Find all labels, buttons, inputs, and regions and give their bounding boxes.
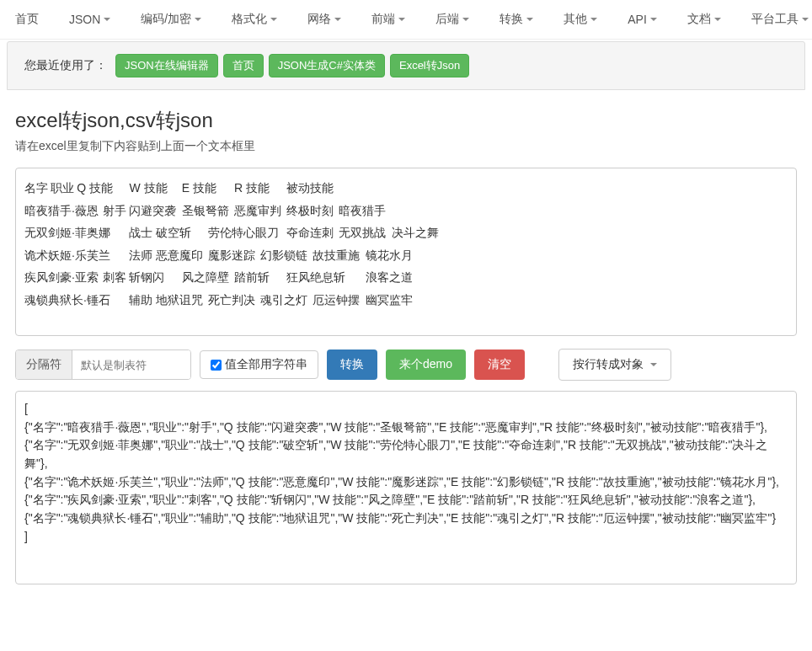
- recent-button-0[interactable]: JSON在线编辑器: [115, 54, 218, 77]
- excel-input[interactable]: [15, 168, 797, 336]
- all-string-checkbox-wrap[interactable]: 值全部用字符串: [200, 350, 318, 379]
- nav-item-6[interactable]: 后端: [420, 7, 484, 32]
- controls-row: 分隔符 值全部用字符串 转换 来个demo 清空 按行转成对象: [15, 349, 797, 381]
- nav-item-10[interactable]: 文档: [672, 7, 736, 32]
- recent-button-1[interactable]: 首页: [223, 54, 264, 77]
- separator-group: 分隔符: [15, 350, 191, 380]
- by-row-label: 按行转成对象: [573, 357, 644, 372]
- nav-item-11[interactable]: 平台工具: [736, 7, 812, 32]
- demo-button[interactable]: 来个demo: [386, 350, 466, 380]
- caret-down-icon: [398, 18, 405, 21]
- nav-item-3[interactable]: 格式化: [216, 7, 292, 32]
- nav-item-7[interactable]: 转换: [484, 7, 548, 32]
- by-row-button[interactable]: 按行转成对象: [558, 349, 671, 381]
- nav-item-label: 首页: [15, 12, 39, 27]
- caret-down-icon: [802, 18, 809, 21]
- all-string-checkbox[interactable]: [211, 360, 222, 371]
- separator-label: 分隔符: [16, 350, 72, 379]
- page-title: excel转json,csv转json: [15, 107, 797, 134]
- nav-item-8[interactable]: 其他: [548, 7, 612, 32]
- nav-item-1[interactable]: JSON: [54, 7, 126, 32]
- nav-item-0[interactable]: 首页: [0, 7, 54, 32]
- caret-down-icon: [590, 18, 597, 21]
- caret-down-icon: [650, 363, 657, 366]
- nav-item-label: JSON: [69, 13, 100, 26]
- recent-button-2[interactable]: JSON生成C#实体类: [269, 54, 385, 77]
- caret-down-icon: [104, 18, 110, 21]
- clear-button[interactable]: 清空: [474, 350, 525, 380]
- nav-item-9[interactable]: API: [612, 7, 672, 32]
- nav-item-label: 前端: [371, 12, 395, 27]
- nav-item-label: 平台工具: [751, 12, 799, 27]
- nav-item-2[interactable]: 编码/加密: [126, 7, 216, 32]
- caret-down-icon: [650, 18, 657, 21]
- all-string-label: 值全部用字符串: [225, 357, 307, 372]
- nav-item-label: 后端: [435, 12, 459, 27]
- nav-item-label: API: [628, 13, 647, 26]
- caret-down-icon: [195, 18, 201, 21]
- caret-down-icon: [714, 18, 721, 21]
- convert-button[interactable]: 转换: [327, 350, 377, 380]
- caret-down-icon: [462, 18, 469, 21]
- separator-input[interactable]: [72, 350, 190, 379]
- top-nav: 首页JSON编码/加密格式化网络前端后端转换其他API文档平台工具站长工具: [0, 0, 812, 40]
- recent-button-3[interactable]: Excel转Json: [390, 54, 469, 77]
- nav-item-label: 转换: [499, 12, 523, 27]
- nav-item-label: 其他: [564, 12, 587, 27]
- recent-label: 您最近使用了：: [24, 58, 107, 73]
- page-subtitle: 请在excel里复制下内容贴到上面一个文本框里: [15, 139, 797, 154]
- caret-down-icon: [270, 18, 277, 21]
- nav-item-5[interactable]: 前端: [356, 7, 420, 32]
- json-output[interactable]: [15, 391, 797, 584]
- caret-down-icon: [334, 18, 341, 21]
- nav-item-label: 格式化: [232, 12, 267, 27]
- nav-item-4[interactable]: 网络: [292, 7, 356, 32]
- nav-item-label: 网络: [307, 12, 331, 27]
- recent-bar: 您最近使用了： JSON在线编辑器首页JSON生成C#实体类Excel转Json: [7, 41, 805, 90]
- nav-item-label: 编码/加密: [141, 12, 191, 27]
- nav-item-label: 文档: [687, 12, 711, 27]
- caret-down-icon: [526, 18, 533, 21]
